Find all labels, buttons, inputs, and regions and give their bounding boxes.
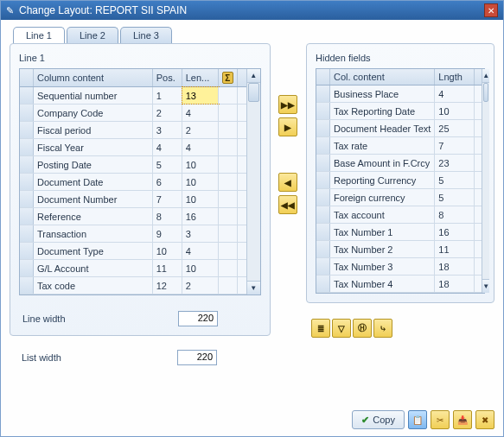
- cell-content[interactable]: Base Amount in F.Crcy: [330, 155, 435, 171]
- cell-position[interactable]: 1: [153, 87, 182, 104]
- cell-content[interactable]: Company Code: [34, 104, 153, 121]
- cell-length[interactable]: 18: [435, 258, 475, 275]
- cell-position[interactable]: 5: [153, 156, 182, 173]
- cell-content[interactable]: Sequential number: [34, 87, 153, 104]
- table-row[interactable]: Base Amount in F.Crcy23: [316, 155, 482, 172]
- table-row[interactable]: Tax Reporting Date10: [316, 103, 482, 120]
- cell-sum[interactable]: [219, 122, 238, 138]
- cell-content[interactable]: Document Date: [34, 174, 153, 190]
- move-all-right-button[interactable]: ▶▶: [278, 95, 297, 114]
- cell-length[interactable]: 5: [435, 189, 475, 206]
- row-selector[interactable]: [316, 137, 330, 154]
- row-selector[interactable]: [316, 276, 330, 292]
- table-row[interactable]: Posting Date510: [20, 156, 246, 174]
- row-selector[interactable]: [316, 206, 330, 223]
- row-selector[interactable]: [316, 172, 330, 188]
- cell-length[interactable]: 16: [182, 208, 219, 225]
- cell-length[interactable]: 25: [435, 120, 475, 136]
- row-selector[interactable]: [316, 258, 330, 275]
- cell-content[interactable]: Reporting Currency: [330, 172, 435, 188]
- cell-content[interactable]: Tax Number 1: [330, 224, 435, 240]
- cell-sum[interactable]: [219, 225, 238, 242]
- cell-length[interactable]: 4: [182, 104, 219, 121]
- table-row[interactable]: Fiscal Year44: [20, 139, 246, 156]
- table-row[interactable]: Reference816: [20, 208, 246, 225]
- row-selector[interactable]: [20, 225, 34, 242]
- scroll-up-button[interactable]: ▲: [482, 69, 489, 83]
- tab-line-1[interactable]: Line 1: [13, 27, 65, 43]
- table-row[interactable]: Sequential number113: [20, 87, 246, 104]
- cell-content[interactable]: Tax code: [34, 277, 153, 294]
- cell-content[interactable]: Business Place: [330, 86, 435, 102]
- cell-length[interactable]: 2: [182, 277, 219, 294]
- cell-length[interactable]: 4: [182, 243, 219, 259]
- cell-position[interactable]: 7: [153, 191, 182, 207]
- cell-content[interactable]: Tax Reporting Date: [330, 103, 435, 119]
- cell-length[interactable]: 3: [182, 225, 219, 242]
- header-column-content[interactable]: Column content: [34, 69, 153, 86]
- cell-sum[interactable]: [219, 243, 238, 259]
- cut-button[interactable]: ✂: [431, 410, 450, 429]
- cell-content[interactable]: Tax rate: [330, 137, 435, 154]
- row-selector[interactable]: [316, 120, 330, 136]
- table-row[interactable]: Tax account8: [316, 206, 482, 224]
- table-row[interactable]: Tax Number 211: [316, 241, 482, 258]
- header-position[interactable]: Pos.: [153, 69, 182, 86]
- header-sum[interactable]: Σ: [219, 69, 238, 86]
- paste-button[interactable]: 📥: [453, 410, 472, 429]
- row-selector[interactable]: [316, 224, 330, 240]
- cell-length[interactable]: 4: [435, 86, 475, 102]
- row-selector[interactable]: [20, 87, 34, 104]
- row-selector[interactable]: [20, 156, 34, 173]
- cell-content[interactable]: Reference: [34, 208, 153, 225]
- find-button[interactable]: Ⓗ: [353, 319, 372, 338]
- scroll-down-button[interactable]: ▼: [247, 281, 260, 294]
- cell-length[interactable]: 10: [182, 191, 219, 207]
- cell-content[interactable]: Transaction: [34, 225, 153, 242]
- scroll-thumb[interactable]: [483, 83, 488, 102]
- cell-sum[interactable]: [219, 139, 238, 155]
- cell-position[interactable]: 10: [153, 243, 182, 259]
- sort-descending-button[interactable]: ▽: [332, 319, 351, 338]
- table-row[interactable]: G/L Account1110: [20, 260, 246, 277]
- cell-position[interactable]: 12: [153, 277, 182, 294]
- table-row[interactable]: Tax Number 116: [316, 224, 482, 241]
- cell-sum[interactable]: [219, 208, 238, 225]
- cell-sum[interactable]: [219, 87, 238, 104]
- cell-sum[interactable]: [219, 104, 238, 121]
- header-length[interactable]: Len...: [182, 69, 219, 86]
- cancel-button[interactable]: ✖: [475, 410, 494, 429]
- cell-position[interactable]: 11: [153, 260, 182, 276]
- cell-length[interactable]: 10: [435, 103, 475, 119]
- row-selector[interactable]: [20, 174, 34, 190]
- cell-length[interactable]: 8: [435, 206, 475, 223]
- table-row[interactable]: Tax Number 318: [316, 258, 482, 276]
- row-selector-header[interactable]: [316, 69, 330, 85]
- header-length[interactable]: Lngth: [435, 69, 475, 85]
- row-selector[interactable]: [316, 103, 330, 119]
- cell-sum[interactable]: [219, 260, 238, 276]
- cell-sum[interactable]: [219, 174, 238, 190]
- cell-position[interactable]: 2: [153, 104, 182, 121]
- move-all-left-button[interactable]: ◀◀: [278, 195, 297, 214]
- cell-position[interactable]: 8: [153, 208, 182, 225]
- cell-position[interactable]: 9: [153, 225, 182, 242]
- scroll-thumb[interactable]: [248, 83, 259, 102]
- table-row[interactable]: Foreign currency5: [316, 189, 482, 206]
- table-row[interactable]: Document Date610: [20, 174, 246, 191]
- cell-length[interactable]: 18: [435, 276, 475, 292]
- scroll-down-button[interactable]: ▼: [482, 279, 489, 293]
- find-next-button[interactable]: ⤷: [373, 319, 392, 338]
- cell-length[interactable]: 2: [182, 122, 219, 138]
- cell-length[interactable]: 10: [182, 156, 219, 173]
- displayed-fields-grid[interactable]: Column content Pos. Len... Σ Sequential …: [19, 68, 261, 295]
- cell-length[interactable]: 10: [182, 174, 219, 190]
- table-row[interactable]: Business Place4: [316, 86, 482, 103]
- cell-content[interactable]: Fiscal period: [34, 122, 153, 138]
- cell-content[interactable]: Document Type: [34, 243, 153, 259]
- cell-length[interactable]: 10: [182, 260, 219, 276]
- row-selector-header[interactable]: [20, 69, 34, 86]
- cell-sum[interactable]: [219, 191, 238, 207]
- cell-content[interactable]: Foreign currency: [330, 189, 435, 206]
- row-selector[interactable]: [20, 122, 34, 138]
